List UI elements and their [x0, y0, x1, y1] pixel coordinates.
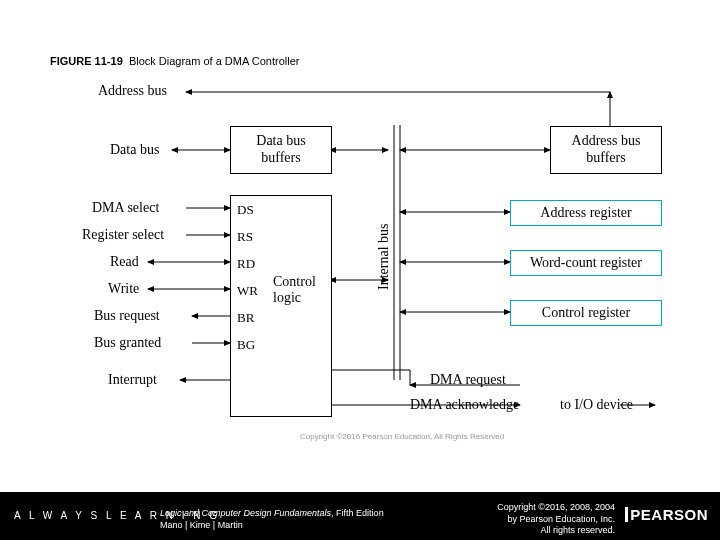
label-register-select: Register select [82, 227, 164, 243]
label-control-logic: Control logic [273, 274, 316, 306]
pin-rs: RS [237, 229, 253, 245]
figure-title: FIGURE 11-19 Block Diagram of a DMA Cont… [50, 55, 299, 67]
label-address-bus: Address bus [98, 83, 167, 99]
footer-copyright: Copyright ©2016, 2008, 2004 by Pearson E… [497, 502, 615, 537]
block-control-logic: DS RS RD WR BR BG Control logic [230, 195, 332, 417]
label-bus-granted: Bus granted [94, 335, 161, 351]
label-bus-request: Bus request [94, 308, 160, 324]
inner-copyright: Copyright ©2016 Pearson Education, All R… [300, 432, 504, 441]
label-write: Write [108, 281, 139, 297]
book-citation: Logic and Computer Design Fundamentals, … [160, 508, 384, 531]
pearson-logo: PEARSON [625, 506, 708, 523]
label-dma-request: DMA request [430, 372, 506, 388]
diagram-canvas: Address bus Data bus DMA select Register… [80, 80, 660, 455]
block-address-register: Address register [510, 200, 662, 226]
block-word-count-register: Word-count register [510, 250, 662, 276]
pin-bg: BG [237, 337, 255, 353]
label-internal-bus: Internal bus [376, 224, 392, 290]
pin-br: BR [237, 310, 254, 326]
footer-bar: A L W A Y S L E A R N I N G Logic and Co… [0, 492, 720, 540]
label-dma-ack: DMA acknowledge [410, 397, 519, 413]
block-control-register: Control register [510, 300, 662, 326]
pin-rd: RD [237, 256, 255, 272]
block-address-bus-buffers: Address bus buffers [550, 126, 662, 174]
pin-wr: WR [237, 283, 258, 299]
label-to-io: to I/O device [560, 397, 633, 413]
block-data-bus-buffers: Data bus buffers [230, 126, 332, 174]
label-read: Read [110, 254, 139, 270]
label-interrupt: Interrupt [108, 372, 157, 388]
label-data-bus: Data bus [110, 142, 159, 158]
label-dma-select: DMA select [92, 200, 159, 216]
pin-ds: DS [237, 202, 254, 218]
